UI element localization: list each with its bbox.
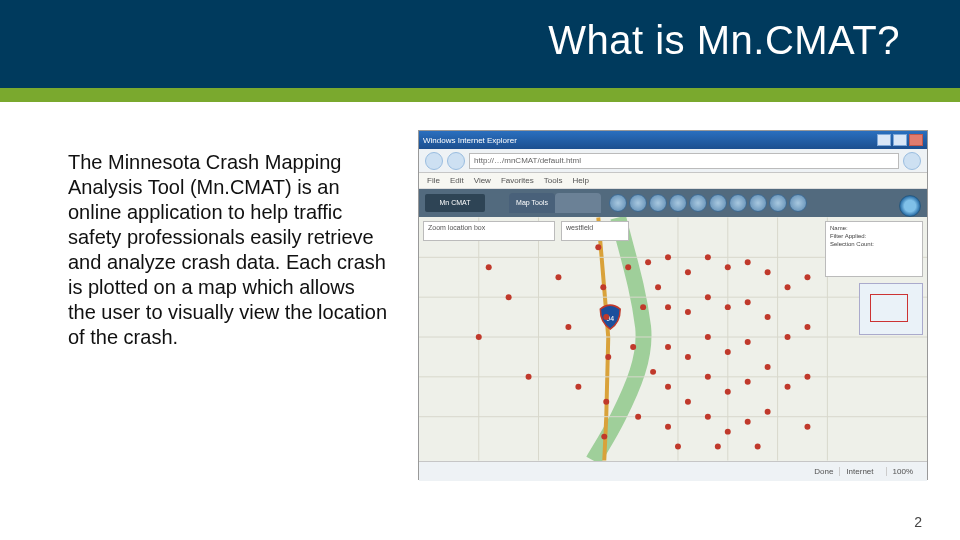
svg-point-12 [486,264,492,270]
app-toolbar: Mn CMAT Map Tools [419,189,927,217]
window-buttons [877,134,923,146]
svg-point-36 [685,354,691,360]
url-field[interactable]: http://…/mnCMAT/default.html [469,153,899,169]
svg-point-69 [630,344,636,350]
slide: What is Mn.CMAT? The Minnesota Crash Map… [0,0,960,540]
menu-favorites[interactable]: Favorites [501,176,534,185]
forward-button[interactable] [447,152,465,170]
tab-secondary[interactable] [555,193,601,213]
svg-point-28 [655,284,661,290]
browser-titlebar: Windows Internet Explorer [419,131,927,149]
map-canvas[interactable]: 94 [419,217,927,461]
svg-point-39 [705,294,711,300]
tool-icon[interactable] [649,194,667,212]
app-screenshot: Windows Internet Explorer http://…/mnCMA… [418,130,928,480]
svg-point-19 [595,244,601,250]
svg-point-23 [603,399,609,405]
svg-point-65 [715,444,721,450]
svg-point-15 [526,374,532,380]
svg-point-38 [705,254,711,260]
zoom-location-panel[interactable]: Zoom location box [423,221,555,241]
svg-point-27 [645,259,651,265]
svg-point-33 [665,424,671,430]
svg-point-24 [601,434,607,440]
status-zone: Internet [839,467,879,476]
svg-point-67 [635,414,641,420]
svg-point-40 [705,334,711,340]
menu-file[interactable]: File [427,176,440,185]
tool-icon[interactable] [749,194,767,212]
svg-point-48 [745,259,751,265]
tool-icon[interactable] [609,194,627,212]
tool-icon[interactable] [629,194,647,212]
menu-tools[interactable]: Tools [544,176,563,185]
info-line-filter: Filter Applied: [830,233,918,241]
svg-point-46 [725,389,731,395]
svg-point-13 [506,294,512,300]
globe-icon[interactable] [899,195,921,217]
svg-point-45 [725,349,731,355]
tool-icon[interactable] [729,194,747,212]
info-line-name: Name: [830,225,918,233]
svg-point-31 [665,344,671,350]
svg-point-21 [603,314,609,320]
svg-point-43 [725,264,731,270]
menu-help[interactable]: Help [572,176,588,185]
svg-point-20 [600,284,606,290]
svg-point-44 [725,304,731,310]
svg-point-30 [665,304,671,310]
svg-point-32 [665,384,671,390]
svg-point-49 [745,299,751,305]
accent-band [0,88,960,102]
svg-point-41 [705,374,711,380]
search-field-panel[interactable]: westfield [561,221,629,241]
svg-point-58 [785,334,791,340]
svg-point-16 [555,274,561,280]
toolbar-tabs: Map Tools [509,193,601,213]
menu-view[interactable]: View [474,176,491,185]
overview-map[interactable] [859,283,923,335]
svg-point-56 [765,409,771,415]
svg-point-57 [785,284,791,290]
svg-point-66 [755,444,761,450]
svg-point-25 [625,264,631,270]
minimize-button[interactable] [877,134,891,146]
svg-point-53 [765,269,771,275]
svg-point-55 [765,364,771,370]
maximize-button[interactable] [893,134,907,146]
svg-point-63 [804,424,810,430]
browser-menubar: File Edit View Favorites Tools Help [419,173,927,189]
info-panel: Name: Filter Applied: Selection Count: [825,221,923,277]
status-zoom: 100% [886,467,919,476]
svg-point-17 [565,324,571,330]
page-number: 2 [914,514,922,530]
svg-point-64 [675,444,681,450]
info-line-count: Selection Count: [830,241,918,249]
svg-point-52 [745,419,751,425]
close-button[interactable] [909,134,923,146]
body-paragraph: The Minnesota Crash Mapping Analysis Too… [68,150,388,350]
refresh-button[interactable] [903,152,921,170]
status-done: Done [814,467,833,476]
svg-point-54 [765,314,771,320]
slide-title: What is Mn.CMAT? [548,18,900,63]
svg-point-59 [785,384,791,390]
menu-edit[interactable]: Edit [450,176,464,185]
svg-point-18 [575,384,581,390]
toolbar-icons [609,194,807,212]
svg-point-42 [705,414,711,420]
svg-point-14 [476,334,482,340]
svg-point-51 [745,379,751,385]
app-logo: Mn CMAT [425,194,485,212]
tool-icon[interactable] [689,194,707,212]
tab-map-tools[interactable]: Map Tools [509,193,555,213]
tool-icon[interactable] [789,194,807,212]
tool-icon[interactable] [769,194,787,212]
highway-line [598,217,608,460]
interstate-shield-icon: 94 [600,305,620,329]
back-button[interactable] [425,152,443,170]
tool-icon[interactable] [669,194,687,212]
svg-point-34 [685,269,691,275]
tool-icon[interactable] [709,194,727,212]
svg-point-60 [804,274,810,280]
